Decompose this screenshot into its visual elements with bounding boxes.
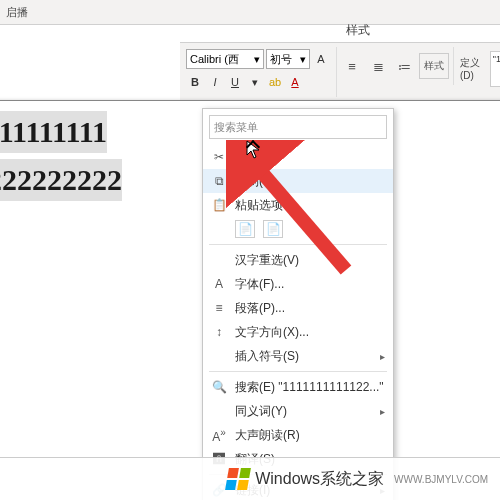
font-group: Calibri (西▾ 初号▾ A B I U ▾ ab A	[180, 47, 337, 97]
style-sample[interactable]: "11111111111122..."	[490, 51, 500, 87]
watermark-sub: WWW.BJMYLV.COM	[394, 474, 488, 485]
titlebar-label: 启播	[6, 6, 28, 18]
multilevel-button[interactable]: ≔	[393, 55, 415, 77]
ribbon: Calibri (西▾ 初号▾ A B I U ▾ ab A ≡ ≣ ≔ 样式 …	[180, 42, 500, 106]
chevron-right-icon: ▸	[380, 406, 385, 417]
font-color-button[interactable]: A	[286, 73, 304, 91]
menu-font[interactable]: A 字体(F)...	[203, 272, 393, 296]
menu-copy[interactable]: ⧉ 复制(C)	[203, 169, 393, 193]
menu-paragraph[interactable]: ≡ 段落(P)...	[203, 296, 393, 320]
menu-synonym[interactable]: 同义词(Y) ▸	[203, 399, 393, 423]
search-icon: 🔍	[211, 380, 227, 394]
watermark: Windows系统之家 WWW.BJMYLV.COM	[0, 457, 500, 500]
italic-button[interactable]: I	[206, 73, 224, 91]
chevron-right-icon: ▸	[380, 351, 385, 362]
copy-icon: ⧉	[211, 174, 227, 188]
highlight-button[interactable]: ab	[266, 73, 284, 91]
text-direction-icon: ↕	[211, 325, 227, 339]
menu-search-placeholder: 搜索菜单	[214, 120, 258, 135]
numbering-button[interactable]: ≣	[367, 55, 389, 77]
menu-search-input[interactable]: 搜索菜单	[209, 115, 387, 139]
menu-separator	[209, 371, 387, 372]
mouse-cursor-icon	[246, 140, 260, 160]
text-line-2[interactable]: 2222222222	[0, 159, 122, 201]
ribbon-group-title: 样式	[346, 22, 370, 39]
increase-font-button[interactable]: A	[312, 50, 330, 68]
text-effects-button[interactable]: ▾	[246, 73, 264, 91]
menu-cut[interactable]: ✂ 剪切(T)	[203, 145, 393, 169]
menu-paste-options[interactable]: 📋 粘贴选项:	[203, 193, 393, 217]
menu-search-text[interactable]: 🔍 搜索(E) "1111111111122..."	[203, 375, 393, 399]
windows-logo-icon	[225, 468, 251, 490]
menu-read-aloud[interactable]: A» 大声朗读(R)	[203, 423, 393, 447]
read-aloud-icon: A»	[211, 427, 227, 444]
window-titlebar: 启播	[0, 0, 500, 25]
cut-icon: ✂	[211, 150, 227, 164]
context-menu: 搜索菜单 ✂ 剪切(T) ⧉ 复制(C) 📋 粘贴选项: 📄 📄 汉字重选(V)…	[202, 108, 394, 500]
underline-button[interactable]: U	[226, 73, 244, 91]
menu-text-direction[interactable]: ↕ 文字方向(X)...	[203, 320, 393, 344]
menu-paste-icons[interactable]: 📄 📄	[203, 217, 393, 241]
bold-button[interactable]: B	[186, 73, 204, 91]
menu-insert-symbol[interactable]: 插入符号(S) ▸	[203, 344, 393, 368]
watermark-main: Windows系统之家	[255, 469, 384, 490]
list-group: ≡ ≣ ≔ 样式	[337, 47, 454, 85]
bullets-button[interactable]: ≡	[341, 55, 363, 77]
font-icon: A	[211, 277, 227, 291]
text-line-1[interactable]: 1111111111	[0, 111, 107, 153]
menu-hanzi[interactable]: 汉字重选(V)	[203, 248, 393, 272]
paragraph-icon: ≡	[211, 301, 227, 315]
font-name-select[interactable]: Calibri (西▾	[186, 49, 264, 69]
paste-option-1-icon[interactable]: 📄	[235, 220, 255, 238]
define-style-button[interactable]: 定义(D)	[460, 56, 484, 81]
paste-option-2-icon[interactable]: 📄	[263, 220, 283, 238]
styles-button[interactable]: 样式	[419, 53, 449, 79]
menu-separator	[209, 244, 387, 245]
font-size-select[interactable]: 初号▾	[266, 49, 310, 69]
style-group: 定义(D) "11111111111122..." A⁺ 新建 行和段	[454, 47, 500, 90]
paste-icon: 📋	[211, 198, 227, 212]
